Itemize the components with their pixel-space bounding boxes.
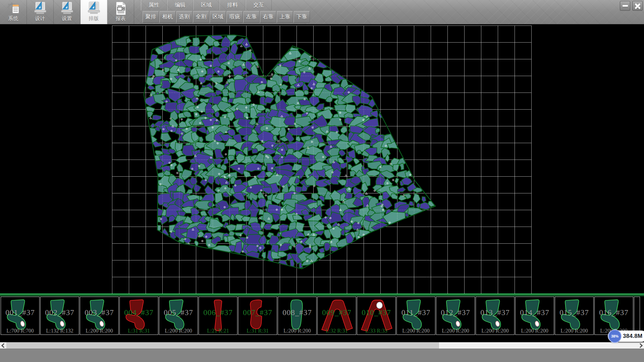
part-thumbnail-012_#37[interactable]: 012_#37 L:200 R:200 [436,297,475,335]
laptop-ruler-icon [33,1,48,15]
menu-tab-2[interactable]: 编辑 [167,0,193,10]
part-shape [518,298,552,334]
main-toolbar: 系统 设计 设置 排版 报表 属性编辑区域排料交互 聚排相机选割全割区域瑕疵左靠… [0,0,644,25]
part-thumbnail-005_#37[interactable]: 005_#37 L:200 R:200 [159,297,198,335]
part-shape [161,298,196,334]
memory-value: 384.8M [623,333,643,340]
part-thumbnail-013_#37[interactable]: 013_#37 L:200 R:200 [476,297,515,335]
part-thumbnail-009_#37[interactable]: 009_#37 L:32 R:31 [317,297,356,335]
part-shape [635,298,644,334]
part-thumbnail-006_#37[interactable]: 006_#37 L:21 R:21 [199,297,237,335]
part-thumbnail-008_#37[interactable]: 008_#37 L:200 R:200 [278,297,317,335]
minimize-button[interactable] [620,1,630,11]
mode-button-label: 报表 [116,15,126,22]
part-shape [43,298,77,334]
tool-button-3[interactable]: 选割 [176,11,193,23]
close-button[interactable] [632,1,643,11]
part-shape [122,298,157,334]
tool-button-10[interactable]: 下靠 [293,11,310,23]
scrollbar-thumb[interactable] [6,342,439,349]
part-shape [438,298,473,334]
mode-button-label: 排版 [89,15,99,22]
part-thumbnail-partial[interactable] [634,297,640,335]
part-shape [320,298,355,334]
tool-button-4[interactable]: 全割 [193,11,209,23]
nesting-canvas[interactable] [0,24,644,296]
window-controls [620,1,643,11]
part-thumbnail-004_#37[interactable]: 004_#37 L:31 R:31 [119,297,158,335]
tool-button-8[interactable]: 右靠 [260,11,276,23]
part-shape [399,298,434,334]
part-shape [3,298,38,334]
mode-button-label: 设计 [35,15,45,22]
gear-doc-icon [6,1,21,15]
scroll-left-button[interactable] [0,342,6,349]
ribbon-tabs: 属性编辑区域排料交互 [141,0,272,10]
part-shape [280,298,315,334]
part-shape [240,298,275,334]
parts-thumbnail-strip: 001_#37 L:700 R:700 002_#37 L:132 R:132 … [0,296,644,336]
tool-button-9[interactable]: 上靠 [277,11,293,23]
part-shape [597,298,632,334]
percent-indicator: 38% [608,329,622,343]
part-thumbnail-002_#37[interactable]: 002_#37 L:132 R:132 [40,297,79,335]
part-shape [201,298,236,334]
part-shape [557,298,592,334]
tool-button-5[interactable]: 区域 [210,11,226,23]
strip-separator-line-2 [0,295,644,296]
part-thumbnail-001_#37[interactable]: 001_#37 L:700 R:700 [1,297,40,335]
mode-button-1[interactable]: 系统 [0,0,27,24]
menu-tab-5[interactable]: 交互 [246,0,272,10]
horizontal-scrollbar [0,342,644,349]
memory-usage-badge: 38% 384.8M [608,330,644,342]
scroll-right-button[interactable] [638,342,644,349]
part-shape [478,298,513,334]
menu-tab-1[interactable]: 属性 [141,0,167,10]
laptop-ruler-icon [59,1,75,15]
close-icon [635,3,641,9]
mode-button-2[interactable]: 设计 [27,0,54,24]
mode-button-5[interactable]: 报表 [107,0,134,24]
tool-button-2[interactable]: 相机 [159,11,176,23]
part-thumbnail-010_#37[interactable]: 010_#37 L:33 R:33 [357,297,396,335]
part-thumbnail-015_#37[interactable]: 015_#37 L:200 R:200 [555,297,594,335]
ribbon-tools: 聚排相机选割全割区域瑕疵左靠右靠上靠下靠 [143,11,310,23]
part-thumbnail-007_#37[interactable]: 007_#37 L:31 R:31 [238,297,277,335]
mode-button-4[interactable]: 排版 [80,0,107,24]
menu-tab-3[interactable]: 区域 [193,0,219,10]
status-bar [0,349,644,362]
report-icon [113,1,128,15]
chevron-left-icon [1,343,6,348]
mode-button-3[interactable]: 设置 [54,0,80,24]
strip-separator-line [0,294,644,295]
tool-button-6[interactable]: 瑕疵 [226,11,243,23]
chevron-right-icon [638,343,643,348]
mode-button-label: 系统 [8,15,18,22]
tool-button-7[interactable]: 左靠 [243,11,260,23]
part-shape [359,298,394,334]
part-thumbnail-011_#37[interactable]: 011_#37 L:200 R:200 [396,297,435,335]
mode-button-label: 设置 [62,15,72,22]
tool-button-1[interactable]: 聚排 [143,11,159,23]
minimize-icon [623,5,628,7]
laptop-ruler-icon [86,1,102,15]
part-thumbnail-016_#37[interactable]: 016_#37 L:200 R:200 [594,297,633,335]
part-shape [82,298,117,334]
percent-value: 38% [611,334,619,338]
main-mode-buttons: 系统 设计 设置 排版 报表 [0,0,134,24]
menu-tab-4[interactable]: 排料 [219,0,246,10]
part-thumbnail-003_#37[interactable]: 003_#37 L:200 R:200 [80,297,119,335]
part-thumbnail-014_#37[interactable]: 014_#37 L:200 R:200 [515,297,554,335]
